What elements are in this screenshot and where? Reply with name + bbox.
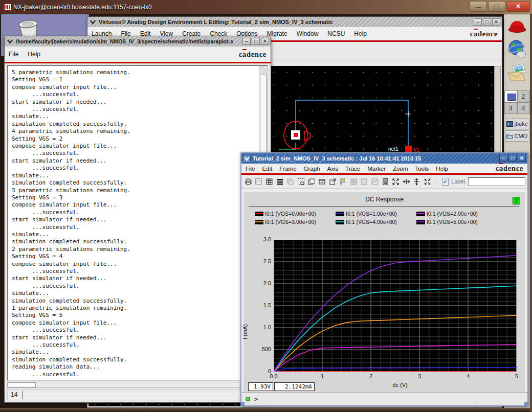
menu-help[interactable]: Help xyxy=(354,30,367,37)
zoom-y-button[interactable] xyxy=(412,176,422,187)
wave-minimize-button[interactable] xyxy=(499,155,507,162)
menu-file[interactable]: File xyxy=(9,51,18,58)
log-text-area[interactable]: 5 parametric simulations remaining. Sett… xyxy=(7,65,268,381)
command-prompt[interactable]: > xyxy=(254,396,258,403)
nx-bottom-frame xyxy=(0,408,532,412)
workspace-pager[interactable]: 1 2 3 4 xyxy=(504,90,530,114)
graph-panel: DC Response 1 I0:1 (VGS=0.00e+00) I0:1 (… xyxy=(243,192,525,392)
menu-help[interactable]: Help xyxy=(28,51,40,58)
log-maximize-button[interactable] xyxy=(252,38,260,45)
legend-entry[interactable]: I0:1 (VGS=1.00e+00) xyxy=(336,211,416,217)
log-hscrollbar[interactable] xyxy=(7,382,268,388)
legend: I0:1 (VGS=0.00e+00) I0:1 (VGS=1.00e+00) … xyxy=(255,211,495,225)
log-close-button[interactable] xyxy=(261,38,269,45)
menu-zoom[interactable]: Zoom xyxy=(393,166,408,172)
label-input[interactable] xyxy=(468,177,525,186)
wave-title: Tutorial_2 sim_NMOS_IV_3 schematic : Jul… xyxy=(253,155,497,162)
log-status-count: 14 xyxy=(11,391,17,398)
log-minimize-button[interactable] xyxy=(242,38,251,45)
legend-swatch xyxy=(416,212,425,216)
strip-chart-button[interactable] xyxy=(275,176,285,187)
iv-curves-plot xyxy=(274,240,517,372)
menu-axis[interactable]: Axis xyxy=(327,166,339,172)
nx-app-icon xyxy=(4,4,11,11)
menu-window[interactable]: Window xyxy=(297,30,319,37)
table-button[interactable] xyxy=(349,176,359,187)
window-corner xyxy=(524,402,528,406)
wave-close-button[interactable] xyxy=(518,155,526,162)
grid-toggle-button[interactable] xyxy=(264,176,274,187)
menu-ncsu[interactable]: NCSU xyxy=(327,30,345,37)
menu-file[interactable]: File xyxy=(246,166,255,172)
ade-maximize-button[interactable] xyxy=(483,18,491,26)
legend-swatch xyxy=(255,220,263,224)
zoom-fit-button[interactable] xyxy=(391,176,401,187)
label-checkbox[interactable] xyxy=(442,178,449,186)
ade-minimize-button[interactable] xyxy=(474,18,482,26)
workspace-2[interactable]: 2 xyxy=(517,90,530,102)
taskbar-item-jbaker[interactable]: jbake xyxy=(505,118,529,129)
probe-square xyxy=(294,133,298,137)
nx-close-button[interactable]: ✕ xyxy=(506,1,530,12)
menu-tools[interactable]: Tools xyxy=(415,166,429,172)
legend-swatch xyxy=(416,220,425,224)
snapshot-button[interactable] xyxy=(254,176,264,187)
slice-button[interactable] xyxy=(360,176,369,187)
plot-area[interactable] xyxy=(274,240,517,372)
nx-session-titlebar[interactable]: NX-jbaker@coen-lx0.boisestate.edu:1157-c… xyxy=(0,0,532,14)
x-tick: 1 xyxy=(312,373,332,379)
overlay-button[interactable] xyxy=(285,176,295,187)
pop-window-button[interactable] xyxy=(328,176,338,187)
mail-launcher-icon[interactable] xyxy=(507,64,527,82)
x-tick: 0.0 xyxy=(263,373,284,379)
spectrum-button[interactable] xyxy=(370,176,380,187)
fit-all-button[interactable] xyxy=(423,176,432,187)
annotation-button[interactable] xyxy=(338,176,348,187)
legend-swatch xyxy=(336,212,344,216)
wave-titlebar[interactable]: Tutorial_2 sim_NMOS_IV_3 schematic : Jul… xyxy=(241,153,527,164)
window-menu-icon[interactable] xyxy=(89,18,97,26)
legend-entry[interactable]: I0:1 (VGS=5.00e+00) xyxy=(416,219,495,225)
window-menu-icon[interactable] xyxy=(6,38,14,45)
y-tick: 2.0 xyxy=(245,280,271,286)
log-hscroll-thumb[interactable] xyxy=(8,382,36,387)
copy-window-button[interactable] xyxy=(307,176,317,187)
menu-help[interactable]: Help xyxy=(436,166,448,172)
y-tick: 1.0 xyxy=(245,324,271,330)
menu-marker[interactable]: Marker xyxy=(367,166,386,172)
workspace-3[interactable]: 3 xyxy=(504,102,517,114)
wave-menubar: File Edit Frame Graph Axis Trace Marker … xyxy=(241,164,527,175)
legend-entry[interactable]: I0:1 (VGS=2.00e+00) xyxy=(416,211,495,217)
menu-graph[interactable]: Graph xyxy=(304,166,320,172)
nx-minimize-button[interactable]: — xyxy=(470,1,487,12)
menu-trace[interactable]: Trace xyxy=(345,166,360,172)
log-titlebar[interactable]: /home/faculty/jbaker/simulation/sim_NMOS… xyxy=(5,36,271,47)
workspace-1[interactable]: 1 xyxy=(504,90,517,102)
window-menu-icon[interactable] xyxy=(243,155,251,163)
web-browser-launcher-icon[interactable] xyxy=(507,39,527,59)
net-label: net1 xyxy=(388,146,398,152)
legend-entry[interactable]: I0:1 (VGS=3.00e+00) xyxy=(255,219,336,225)
calculator-button[interactable] xyxy=(381,176,390,187)
menu-edit[interactable]: Edit xyxy=(262,166,273,172)
y-tick: 1.5 xyxy=(245,302,271,308)
zoom-x-button[interactable] xyxy=(402,176,411,187)
status-cursor xyxy=(23,391,23,399)
statusbar-divider xyxy=(477,395,477,404)
menu-frame[interactable]: Frame xyxy=(279,166,296,172)
subwindow-badge[interactable]: 1 xyxy=(513,197,520,204)
ade-titlebar[interactable]: Virtuoso® Analog Design Environment L Ed… xyxy=(87,17,502,27)
wave-maximize-button[interactable] xyxy=(508,155,517,162)
ade-title: Virtuoso® Analog Design Environment L Ed… xyxy=(99,19,472,25)
log-output: 5 parametric simulations remaining. Sett… xyxy=(8,66,258,380)
close-subwindow-button[interactable] xyxy=(317,176,327,187)
print-button[interactable] xyxy=(243,176,253,187)
taskbar-item-cmo[interactable]: CMO xyxy=(505,130,529,142)
workspace-4[interactable]: 4 xyxy=(517,102,530,114)
nx-maximize-button[interactable]: ▢ xyxy=(488,1,505,12)
legend-entry[interactable]: I0:1 (VGS=0.00e+00) xyxy=(255,211,336,217)
redhat-launcher-icon[interactable] xyxy=(507,18,527,34)
legend-entry[interactable]: I0:1 (VGS=4.00e+00) xyxy=(336,219,416,225)
new-subwindow-button[interactable] xyxy=(296,176,306,187)
ade-close-button[interactable] xyxy=(492,18,500,26)
